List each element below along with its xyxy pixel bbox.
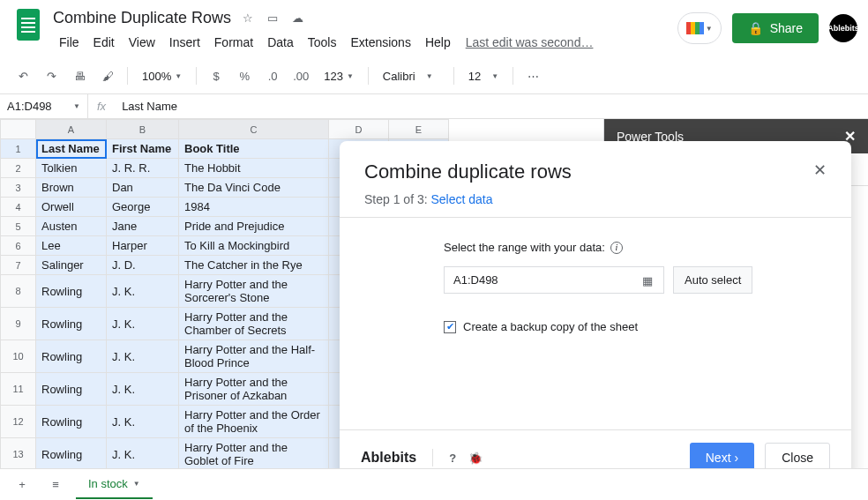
data-cell[interactable]: Austen [36,217,107,236]
col-header[interactable]: C [179,120,329,139]
col-header[interactable]: E [389,120,449,139]
col-header[interactable]: A [36,120,107,139]
cloud-icon[interactable]: ☁ [289,10,305,26]
redo-button[interactable]: ↷ [39,63,64,88]
font-size-select[interactable]: 12▼ [461,66,505,86]
row-header[interactable]: 6 [1,236,36,256]
data-cell[interactable]: Harry Potter and the Sorcerer's Stone [179,275,329,308]
info-icon[interactable]: i [610,242,623,254]
backup-checkbox[interactable]: ✔ [444,321,456,333]
sheet-tab-in-stock[interactable]: In stock▼ [76,470,153,499]
data-cell[interactable]: The Hobbit [179,159,329,178]
data-cell[interactable]: 1984 [179,198,329,217]
row-header[interactable]: 11 [1,373,36,406]
row-header[interactable]: 8 [1,275,36,308]
col-header[interactable]: D [329,120,389,139]
grid-picker-icon[interactable]: ▦ [642,274,655,287]
menu-data[interactable]: Data [261,32,300,53]
bug-icon[interactable]: 🐞 [468,451,483,465]
menu-view[interactable]: View [123,32,161,53]
move-icon[interactable]: ▭ [265,10,281,26]
data-cell[interactable]: Harry Potter and the Prisoner of Azkaban [179,373,329,406]
data-cell[interactable]: Orwell [36,198,107,217]
menu-extensions[interactable]: Extensions [344,32,416,53]
data-cell[interactable]: J. K. [107,438,179,471]
data-cell[interactable]: J. K. [107,373,179,406]
data-cell[interactable]: Salinger [36,256,107,275]
add-sheet-button[interactable]: + [9,472,35,498]
row-header[interactable]: 1 [1,139,36,159]
share-button[interactable]: 🔒 Share [732,13,819,43]
data-cell[interactable]: Rowling [36,406,107,438]
row-header[interactable]: 5 [1,217,36,236]
data-cell[interactable]: J. K. [107,406,179,438]
all-sheets-button[interactable]: ≡ [42,472,69,498]
menu-format[interactable]: Format [208,32,259,53]
data-cell[interactable]: Brown [36,178,107,198]
paint-format-button[interactable]: 🖌 [95,63,120,88]
data-cell[interactable]: Pride and Prejudice [179,217,329,236]
step-link[interactable]: Select data [431,192,493,206]
dialog-close-icon[interactable]: ✕ [813,160,827,183]
menu-file[interactable]: File [53,32,86,53]
undo-button[interactable]: ↶ [11,63,35,88]
auto-select-button[interactable]: Auto select [673,266,752,294]
print-button[interactable]: 🖶 [67,63,92,88]
sheets-logo[interactable] [11,7,46,42]
increase-decimal-button[interactable]: .00 [288,63,313,88]
percent-button[interactable]: % [232,63,257,88]
row-header[interactable]: 2 [1,159,36,178]
meet-button[interactable]: ▼ [677,12,722,44]
data-cell[interactable]: Rowling [36,308,107,340]
menu-help[interactable]: Help [419,32,457,53]
menu-edit[interactable]: Edit [87,32,121,53]
col-header[interactable]: B [107,120,179,139]
data-cell[interactable]: George [107,198,179,217]
data-cell[interactable]: Lee [36,236,107,256]
range-input[interactable]: A1:D498 ▦ [444,266,664,294]
more-toolbar-button[interactable]: ⋯ [520,63,545,88]
row-header[interactable]: 4 [1,198,36,217]
data-cell[interactable]: Rowling [36,340,107,373]
data-cell[interactable]: Dan [107,178,179,198]
data-cell[interactable]: Harry Potter and the Chamber of Secrets [179,308,329,340]
menu-tools[interactable]: Tools [302,32,343,53]
data-cell[interactable]: Harper [107,236,179,256]
data-cell[interactable]: J. K. [107,340,179,373]
row-header[interactable]: 10 [1,340,36,373]
font-select[interactable]: Calibri▼ [376,66,446,86]
data-cell[interactable]: Tolkien [36,159,107,178]
header-cell[interactable]: Book Title [179,139,329,159]
star-icon[interactable]: ☆ [240,10,256,26]
last-edit-link[interactable]: Last edit was second… [466,35,594,49]
data-cell[interactable]: J. R. R. [107,159,179,178]
data-cell[interactable]: The Da Vinci Code [179,178,329,198]
data-cell[interactable]: Harry Potter and the Order of the Phoeni… [179,406,329,438]
decrease-decimal-button[interactable]: .0 [260,63,285,88]
currency-button[interactable]: $ [204,63,228,88]
data-cell[interactable]: Jane [107,217,179,236]
data-cell[interactable]: J. K. [107,275,179,308]
data-cell[interactable]: Rowling [36,275,107,308]
row-header[interactable]: 9 [1,308,36,340]
data-cell[interactable]: The Catcher in the Rye [179,256,329,275]
formula-bar[interactable]: Last Name [115,100,868,113]
header-cell[interactable]: First Name [107,139,179,159]
doc-title[interactable]: Combine Duplicate Rows [53,9,231,27]
data-cell[interactable]: To Kill a Mockingbird [179,236,329,256]
data-cell[interactable]: Rowling [36,373,107,406]
row-header[interactable]: 13 [1,438,36,471]
row-header[interactable]: 12 [1,406,36,438]
help-icon[interactable]: ? [449,451,456,465]
data-cell[interactable]: Harry Potter and the Half-Blood Prince [179,340,329,373]
header-cell[interactable]: Last Name [36,139,107,159]
data-cell[interactable]: J. K. [107,308,179,340]
data-cell[interactable]: Harry Potter and the Goblet of Fire [179,438,329,471]
avatar[interactable]: Ablebits [829,14,857,42]
menu-insert[interactable]: Insert [163,32,206,53]
row-header[interactable]: 7 [1,256,36,275]
name-box[interactable]: A1:D498▼ [0,94,88,118]
data-cell[interactable]: Rowling [36,438,107,471]
zoom-select[interactable]: 100%▼ [135,70,189,83]
row-header[interactable]: 3 [1,178,36,198]
